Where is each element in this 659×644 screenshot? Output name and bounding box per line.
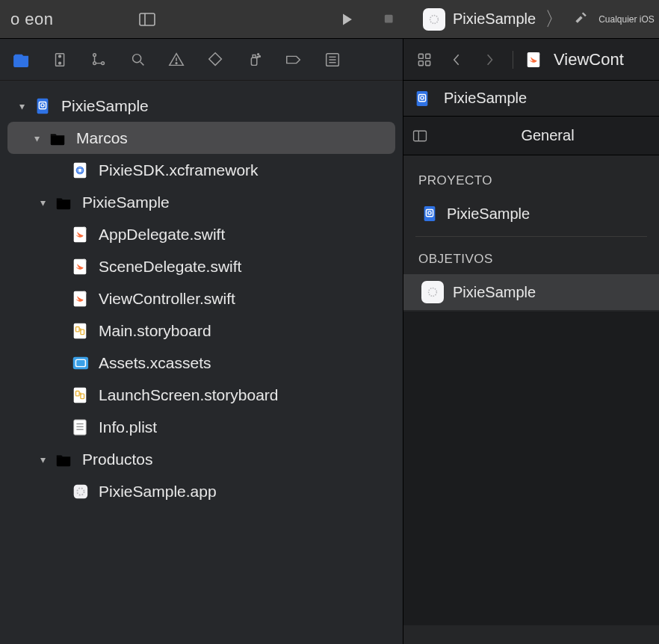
settings-empty-area	[403, 312, 659, 625]
breakpoint-navigator-tab[interactable]	[282, 49, 305, 71]
divider	[415, 236, 647, 237]
stop-button[interactable]	[375, 5, 403, 34]
app-target-icon	[421, 281, 444, 303]
tree-group[interactable]: ▾ PixieSample	[0, 186, 403, 218]
swift-file-icon	[525, 52, 542, 68]
toggle-sidebar-button[interactable]	[133, 5, 161, 34]
toolbar: o eon PixieSample 〉 Cualquier iOS	[0, 0, 659, 39]
navigator-tabs	[0, 39, 403, 81]
tree-label: Productos	[82, 451, 153, 468]
tree-group[interactable]: ▾ Marcos	[7, 122, 395, 154]
tree-file[interactable]: Info.plist	[0, 411, 403, 443]
swift-file-icon	[70, 225, 90, 244]
tree-file[interactable]: PixieSample.app	[0, 475, 403, 507]
swift-file-icon	[70, 257, 90, 276]
report-navigator-tab[interactable]	[321, 49, 344, 71]
scheme-name[interactable]: PixieSample	[453, 10, 536, 28]
tree-label: PixieSDK.xcframework	[99, 161, 259, 179]
nav-back-button[interactable]	[447, 49, 468, 70]
project-settings-tabs: General	[403, 117, 659, 155]
project-name: PixieSample	[447, 205, 530, 223]
tree-label: ViewController.swift	[99, 290, 235, 308]
related-items-button[interactable]	[414, 49, 435, 70]
tree-label: Assets.xcassets	[99, 354, 211, 372]
section-project-heading: PROYECTO	[403, 163, 659, 196]
target-name: PixieSample	[453, 284, 536, 301]
svg-point-46	[430, 15, 439, 23]
open-file-name: ViewCont	[554, 50, 624, 69]
folder-icon	[54, 193, 73, 212]
file-tree[interactable]: ▾ PixieSample ▾ Marcos PixieSDK.xcframew…	[0, 81, 403, 644]
tree-label: SceneDelegate.swift	[99, 258, 241, 276]
folder-icon	[48, 129, 67, 148]
tree-label: Info.plist	[99, 418, 157, 436]
disclosure-triangle-icon[interactable]: ▾	[15, 100, 28, 112]
tree-project-root[interactable]: ▾ PixieSample	[0, 90, 403, 122]
storyboard-file-icon	[70, 321, 90, 341]
folder-icon	[54, 450, 73, 469]
project-row[interactable]: PixieSample	[403, 196, 659, 232]
project-file-icon	[421, 203, 438, 224]
disclosure-triangle-icon[interactable]: ▾	[36, 196, 49, 208]
tree-label: PixieSample	[82, 193, 170, 211]
tree-file[interactable]: AppDelegate.swift	[0, 218, 403, 250]
project-navigator: ▾ PixieSample ▾ Marcos PixieSDK.xcframew…	[0, 39, 403, 644]
scheme-app-icon[interactable]	[423, 8, 445, 31]
chevron-right-icon: 〉	[543, 6, 566, 32]
storyboard-file-icon	[70, 386, 90, 405]
breadcrumb[interactable]: PixieSample	[403, 81, 659, 117]
test-navigator-tab[interactable]	[205, 49, 227, 71]
project-navigator-tab[interactable]	[10, 49, 33, 71]
project-settings-outline: PROYECTO PixieSample OBJETIVOS PixieSamp…	[403, 155, 659, 644]
section-targets-heading: OBJETIVOS	[403, 241, 659, 274]
editor-tab-bar: ViewCont	[403, 39, 659, 81]
tree-label: LaunchScreen.storyboard	[99, 386, 279, 404]
tab-general[interactable]: General	[436, 127, 659, 144]
window-title-fragment: o eon	[10, 10, 54, 29]
tree-file[interactable]: Main.storyboard	[0, 315, 403, 347]
svg-point-47	[429, 288, 437, 297]
tree-label: Main.storyboard	[99, 322, 211, 340]
tree-label: PixieSample	[61, 97, 149, 115]
editor-area: ViewCont PixieSample General PROYECTO Pi…	[403, 39, 659, 644]
tree-label: AppDelegate.swift	[99, 226, 225, 244]
plist-file-icon	[70, 418, 90, 437]
tree-file[interactable]: ViewController.swift	[0, 282, 403, 315]
open-file-tab[interactable]: ViewCont	[525, 50, 624, 69]
disclosure-triangle-icon[interactable]: ▾	[30, 132, 43, 144]
tree-file[interactable]: SceneDelegate.swift	[0, 250, 403, 282]
find-navigator-tab[interactable]	[127, 49, 149, 71]
tree-group[interactable]: ▾ Productos	[0, 443, 403, 475]
run-destination[interactable]: Cualquier iOS	[598, 14, 655, 25]
source-control-navigator-tab[interactable]	[49, 49, 72, 71]
tree-file[interactable]: Assets.xcassets	[0, 347, 403, 379]
hammer-icon	[573, 10, 590, 29]
project-file-icon	[33, 96, 52, 116]
assets-file-icon	[70, 353, 90, 373]
target-row[interactable]: PixieSample	[403, 274, 659, 310]
debug-navigator-tab[interactable]	[244, 49, 266, 71]
issue-navigator-tab[interactable]	[166, 49, 188, 71]
tree-label: Marcos	[76, 129, 128, 147]
project-file-icon	[414, 90, 430, 107]
toggle-outline-button[interactable]	[403, 128, 436, 144]
framework-file-icon	[70, 161, 90, 180]
nav-forward-button[interactable]	[480, 49, 501, 70]
tree-file[interactable]: LaunchScreen.storyboard	[0, 379, 403, 411]
divider	[513, 51, 513, 69]
swift-file-icon	[70, 289, 90, 309]
tree-label: PixieSample.app	[99, 483, 217, 501]
run-button[interactable]	[333, 5, 362, 34]
breadcrumb-project: PixieSample	[444, 90, 527, 107]
symbol-navigator-tab[interactable]	[88, 49, 111, 71]
app-file-icon	[70, 482, 90, 501]
tree-file[interactable]: PixieSDK.xcframework	[0, 154, 403, 186]
disclosure-triangle-icon[interactable]: ▾	[36, 453, 49, 465]
